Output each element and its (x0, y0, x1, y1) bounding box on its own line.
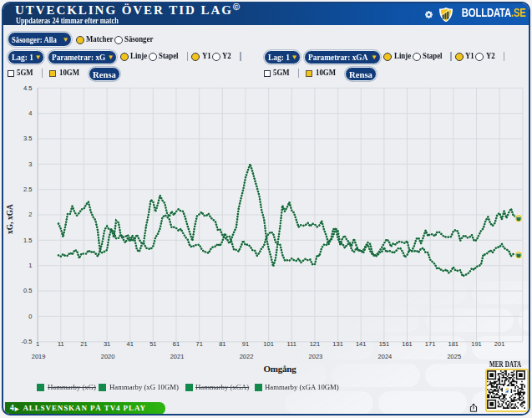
svg-text:101: 101 (263, 340, 274, 348)
svg-text:31: 31 (104, 340, 110, 348)
svg-text:21: 21 (80, 340, 87, 348)
svg-text:4.5: 4.5 (23, 84, 32, 92)
svg-text:111: 111 (287, 340, 296, 348)
svg-text:xG, xGA: xG, xGA (6, 204, 14, 234)
svg-text:Omgång: Omgång (263, 364, 296, 374)
svg-text:2020: 2020 (101, 353, 115, 360)
svg-text:2.5: 2.5 (23, 186, 32, 193)
svg-text:2024: 2024 (378, 353, 393, 360)
svg-text:191: 191 (471, 340, 482, 348)
svg-text:151: 151 (379, 340, 390, 348)
svg-text:1: 1 (36, 340, 39, 348)
svg-text:121: 121 (310, 340, 321, 348)
svg-text:181: 181 (448, 340, 459, 348)
svg-text:0.5: 0.5 (23, 287, 32, 294)
svg-text:2: 2 (28, 211, 32, 218)
svg-text:2021: 2021 (170, 353, 185, 360)
svg-text:161: 161 (402, 340, 413, 348)
svg-text:91: 91 (242, 340, 249, 348)
svg-text:2025: 2025 (447, 353, 461, 360)
svg-text:201: 201 (494, 340, 505, 348)
svg-text:41: 41 (127, 340, 134, 348)
svg-text:81: 81 (219, 340, 225, 348)
svg-text:171: 171 (425, 340, 436, 348)
svg-text:2022: 2022 (240, 353, 254, 360)
svg-text:3.5: 3.5 (23, 135, 32, 142)
svg-text:61: 61 (173, 340, 180, 348)
svg-text:1: 1 (28, 262, 32, 269)
svg-text:141: 141 (356, 340, 367, 348)
svg-text:2023: 2023 (309, 353, 323, 360)
svg-text:3: 3 (28, 161, 32, 168)
svg-text:11: 11 (58, 340, 64, 348)
svg-text:2019: 2019 (32, 353, 46, 360)
svg-text:1.5: 1.5 (23, 237, 32, 244)
svg-text:4: 4 (28, 110, 32, 117)
svg-text:131: 131 (332, 340, 343, 348)
svg-text:-0.5: -0.5 (22, 338, 33, 345)
svg-text:51: 51 (149, 340, 156, 348)
svg-text:0: 0 (28, 313, 32, 320)
svg-text:71: 71 (196, 340, 203, 348)
